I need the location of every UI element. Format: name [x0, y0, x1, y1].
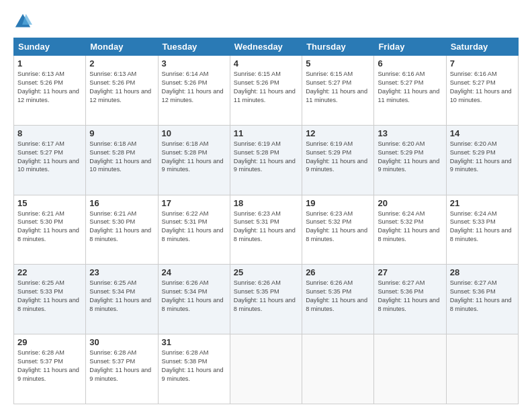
- calendar-day-cell: [446, 334, 518, 404]
- calendar-day-cell: 9 Sunrise: 6:18 AMSunset: 5:28 PMDayligh…: [86, 125, 158, 195]
- calendar-day-cell: 11 Sunrise: 6:19 AMSunset: 5:28 PMDaylig…: [230, 125, 302, 195]
- calendar-day-cell: 26 Sunrise: 6:26 AMSunset: 5:35 PMDaylig…: [302, 265, 374, 334]
- day-info: Sunrise: 6:18 AMSunset: 5:28 PMDaylight:…: [89, 140, 151, 173]
- day-number: 30: [89, 337, 154, 347]
- calendar-day-cell: 17 Sunrise: 6:22 AMSunset: 5:31 PMDaylig…: [158, 195, 230, 265]
- calendar-day-cell: 25 Sunrise: 6:26 AMSunset: 5:35 PMDaylig…: [230, 265, 302, 334]
- day-number: 19: [306, 198, 370, 208]
- day-number: 14: [450, 128, 515, 138]
- day-info: Sunrise: 6:13 AMSunset: 5:26 PMDaylight:…: [89, 71, 151, 103]
- day-number: 7: [450, 58, 515, 68]
- day-number: 1: [17, 58, 82, 68]
- calendar-day-cell: 6 Sunrise: 6:16 AMSunset: 5:27 PMDayligh…: [374, 56, 446, 126]
- day-info: Sunrise: 6:21 AMSunset: 5:30 PMDaylight:…: [89, 210, 151, 243]
- calendar: SundayMondayTuesdayWednesdayThursdayFrid…: [13, 38, 519, 404]
- day-number: 8: [17, 128, 82, 138]
- calendar-day-cell: 10 Sunrise: 6:18 AMSunset: 5:28 PMDaylig…: [158, 125, 230, 195]
- calendar-week-row: 8 Sunrise: 6:17 AMSunset: 5:27 PMDayligh…: [14, 125, 519, 195]
- calendar-day-cell: 4 Sunrise: 6:15 AMSunset: 5:26 PMDayligh…: [230, 56, 302, 126]
- calendar-day-cell: 18 Sunrise: 6:23 AMSunset: 5:31 PMDaylig…: [230, 195, 302, 265]
- calendar-day-cell: 16 Sunrise: 6:21 AMSunset: 5:30 PMDaylig…: [86, 195, 158, 265]
- calendar-day-cell: [230, 334, 302, 404]
- calendar-day-cell: 28 Sunrise: 6:27 AMSunset: 5:36 PMDaylig…: [446, 265, 518, 334]
- day-number: 4: [234, 58, 298, 68]
- day-number: 18: [234, 198, 298, 208]
- day-info: Sunrise: 6:20 AMSunset: 5:29 PMDaylight:…: [378, 140, 439, 173]
- calendar-day-cell: 21 Sunrise: 6:24 AMSunset: 5:33 PMDaylig…: [446, 195, 518, 265]
- day-info: Sunrise: 6:28 AMSunset: 5:38 PMDaylight:…: [162, 349, 224, 382]
- day-number: 9: [89, 128, 154, 138]
- calendar-day-cell: 2 Sunrise: 6:13 AMSunset: 5:26 PMDayligh…: [86, 56, 158, 126]
- calendar-col-header: Saturday: [446, 38, 518, 56]
- day-info: Sunrise: 6:22 AMSunset: 5:31 PMDaylight:…: [162, 210, 224, 243]
- calendar-day-cell: 22 Sunrise: 6:25 AMSunset: 5:33 PMDaylig…: [14, 265, 86, 334]
- day-number: 29: [17, 337, 82, 347]
- day-info: Sunrise: 6:25 AMSunset: 5:33 PMDaylight:…: [17, 279, 79, 312]
- calendar-day-cell: 29 Sunrise: 6:28 AMSunset: 5:37 PMDaylig…: [14, 334, 86, 404]
- day-info: Sunrise: 6:23 AMSunset: 5:31 PMDaylight:…: [234, 210, 296, 243]
- calendar-week-row: 22 Sunrise: 6:25 AMSunset: 5:33 PMDaylig…: [14, 265, 519, 334]
- calendar-col-header: Thursday: [302, 38, 374, 56]
- day-number: 24: [162, 267, 226, 277]
- day-number: 15: [17, 198, 82, 208]
- day-info: Sunrise: 6:19 AMSunset: 5:28 PMDaylight:…: [234, 140, 296, 173]
- day-number: 5: [306, 58, 370, 68]
- day-number: 17: [162, 198, 226, 208]
- day-info: Sunrise: 6:20 AMSunset: 5:29 PMDaylight:…: [450, 140, 512, 173]
- calendar-day-cell: 14 Sunrise: 6:20 AMSunset: 5:29 PMDaylig…: [446, 125, 518, 195]
- calendar-day-cell: 27 Sunrise: 6:27 AMSunset: 5:36 PMDaylig…: [374, 265, 446, 334]
- day-info: Sunrise: 6:23 AMSunset: 5:32 PMDaylight:…: [306, 210, 367, 243]
- day-number: 6: [378, 58, 442, 68]
- day-info: Sunrise: 6:13 AMSunset: 5:26 PMDaylight:…: [17, 71, 79, 103]
- day-number: 28: [450, 267, 515, 277]
- logo: [13, 12, 35, 31]
- day-number: 25: [234, 267, 298, 277]
- day-info: Sunrise: 6:15 AMSunset: 5:27 PMDaylight:…: [306, 71, 367, 103]
- day-number: 16: [89, 198, 154, 208]
- day-info: Sunrise: 6:25 AMSunset: 5:34 PMDaylight:…: [89, 279, 151, 312]
- calendar-week-row: 15 Sunrise: 6:21 AMSunset: 5:30 PMDaylig…: [14, 195, 519, 265]
- calendar-day-cell: 8 Sunrise: 6:17 AMSunset: 5:27 PMDayligh…: [14, 125, 86, 195]
- day-info: Sunrise: 6:16 AMSunset: 5:27 PMDaylight:…: [450, 71, 512, 103]
- day-info: Sunrise: 6:28 AMSunset: 5:37 PMDaylight:…: [89, 349, 151, 382]
- day-number: 11: [234, 128, 298, 138]
- day-info: Sunrise: 6:24 AMSunset: 5:33 PMDaylight:…: [450, 210, 512, 243]
- calendar-day-cell: 3 Sunrise: 6:14 AMSunset: 5:26 PMDayligh…: [158, 56, 230, 126]
- page: SundayMondayTuesdayWednesdayThursdayFrid…: [0, 0, 532, 411]
- calendar-day-cell: [302, 334, 374, 404]
- day-number: 20: [378, 198, 442, 208]
- calendar-day-cell: 1 Sunrise: 6:13 AMSunset: 5:26 PMDayligh…: [14, 56, 86, 126]
- calendar-col-header: Tuesday: [158, 38, 230, 56]
- calendar-col-header: Wednesday: [230, 38, 302, 56]
- day-number: 22: [17, 267, 82, 277]
- day-info: Sunrise: 6:26 AMSunset: 5:35 PMDaylight:…: [234, 279, 296, 312]
- calendar-week-row: 29 Sunrise: 6:28 AMSunset: 5:37 PMDaylig…: [14, 334, 519, 404]
- day-info: Sunrise: 6:27 AMSunset: 5:36 PMDaylight:…: [450, 279, 512, 312]
- day-number: 23: [89, 267, 154, 277]
- calendar-col-header: Monday: [86, 38, 158, 56]
- day-number: 3: [162, 58, 226, 68]
- calendar-day-cell: 24 Sunrise: 6:26 AMSunset: 5:34 PMDaylig…: [158, 265, 230, 334]
- day-info: Sunrise: 6:19 AMSunset: 5:29 PMDaylight:…: [306, 140, 367, 173]
- calendar-day-cell: 20 Sunrise: 6:24 AMSunset: 5:32 PMDaylig…: [374, 195, 446, 265]
- calendar-col-header: Sunday: [14, 38, 86, 56]
- day-number: 13: [378, 128, 442, 138]
- header: [13, 12, 519, 31]
- day-info: Sunrise: 6:27 AMSunset: 5:36 PMDaylight:…: [378, 279, 439, 312]
- day-number: 31: [162, 337, 226, 347]
- day-info: Sunrise: 6:18 AMSunset: 5:28 PMDaylight:…: [162, 140, 224, 173]
- calendar-day-cell: 23 Sunrise: 6:25 AMSunset: 5:34 PMDaylig…: [86, 265, 158, 334]
- calendar-day-cell: 31 Sunrise: 6:28 AMSunset: 5:38 PMDaylig…: [158, 334, 230, 404]
- day-info: Sunrise: 6:28 AMSunset: 5:37 PMDaylight:…: [17, 349, 79, 382]
- calendar-day-cell: 7 Sunrise: 6:16 AMSunset: 5:27 PMDayligh…: [446, 56, 518, 126]
- day-info: Sunrise: 6:21 AMSunset: 5:30 PMDaylight:…: [17, 210, 79, 243]
- day-number: 26: [306, 267, 370, 277]
- day-info: Sunrise: 6:24 AMSunset: 5:32 PMDaylight:…: [378, 210, 439, 243]
- day-number: 2: [89, 58, 154, 68]
- calendar-day-cell: 19 Sunrise: 6:23 AMSunset: 5:32 PMDaylig…: [302, 195, 374, 265]
- calendar-day-cell: 30 Sunrise: 6:28 AMSunset: 5:37 PMDaylig…: [86, 334, 158, 404]
- calendar-header-row: SundayMondayTuesdayWednesdayThursdayFrid…: [14, 38, 519, 56]
- day-info: Sunrise: 6:14 AMSunset: 5:26 PMDaylight:…: [162, 71, 224, 103]
- calendar-day-cell: 15 Sunrise: 6:21 AMSunset: 5:30 PMDaylig…: [14, 195, 86, 265]
- day-info: Sunrise: 6:17 AMSunset: 5:27 PMDaylight:…: [17, 140, 79, 173]
